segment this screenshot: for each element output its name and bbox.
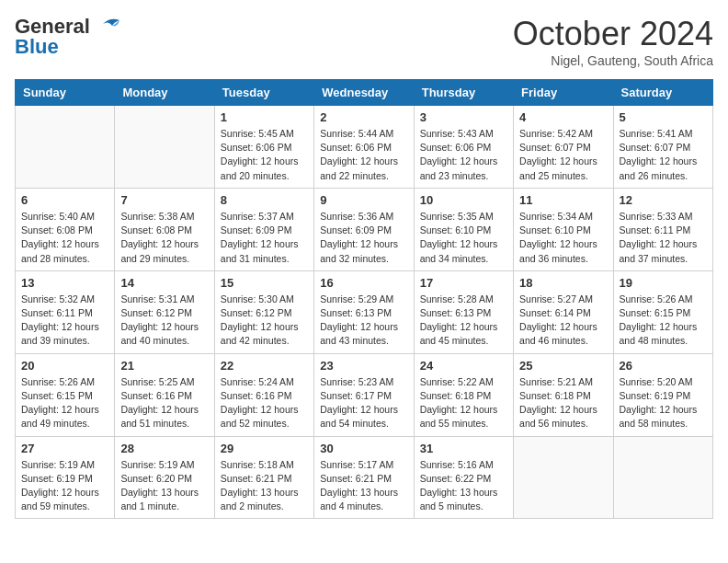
weekday-header-thursday: Thursday xyxy=(414,80,513,106)
week-row-2: 6Sunrise: 5:40 AM Sunset: 6:08 PM Daylig… xyxy=(16,188,713,270)
calendar-cell: 20Sunrise: 5:26 AM Sunset: 6:15 PM Dayli… xyxy=(16,353,115,436)
day-number: 8 xyxy=(221,193,308,207)
week-row-1: 1Sunrise: 5:45 AM Sunset: 6:06 PM Daylig… xyxy=(16,106,713,189)
title-block: October 2024 Nigel, Gauteng, South Afric… xyxy=(513,15,713,68)
calendar-table: SundayMondayTuesdayWednesdayThursdayFrid… xyxy=(15,79,713,519)
day-info: Sunrise: 5:16 AM Sunset: 6:22 PM Dayligh… xyxy=(420,458,507,514)
calendar-cell: 25Sunrise: 5:21 AM Sunset: 6:18 PM Dayli… xyxy=(514,353,613,436)
day-info: Sunrise: 5:45 AM Sunset: 6:06 PM Dayligh… xyxy=(221,127,308,183)
day-number: 6 xyxy=(21,193,108,207)
page-header: General Blue October 2024 Nigel, Gauteng… xyxy=(15,15,713,68)
calendar-cell xyxy=(514,436,613,519)
day-number: 23 xyxy=(320,359,407,373)
day-info: Sunrise: 5:19 AM Sunset: 6:19 PM Dayligh… xyxy=(21,458,108,514)
day-info: Sunrise: 5:34 AM Sunset: 6:10 PM Dayligh… xyxy=(519,210,607,266)
location: Nigel, Gauteng, South Africa xyxy=(513,53,713,68)
day-info: Sunrise: 5:26 AM Sunset: 6:15 PM Dayligh… xyxy=(21,375,108,431)
calendar-cell: 13Sunrise: 5:32 AM Sunset: 6:11 PM Dayli… xyxy=(16,270,115,353)
day-info: Sunrise: 5:30 AM Sunset: 6:12 PM Dayligh… xyxy=(221,293,308,349)
week-row-4: 20Sunrise: 5:26 AM Sunset: 6:15 PM Dayli… xyxy=(16,353,713,436)
day-number: 11 xyxy=(519,193,607,207)
week-row-3: 13Sunrise: 5:32 AM Sunset: 6:11 PM Dayli… xyxy=(16,270,713,353)
weekday-header-sunday: Sunday xyxy=(16,80,115,106)
day-number: 19 xyxy=(620,276,707,290)
day-info: Sunrise: 5:23 AM Sunset: 6:17 PM Dayligh… xyxy=(320,375,407,431)
weekday-header-saturday: Saturday xyxy=(613,80,712,106)
calendar-cell: 15Sunrise: 5:30 AM Sunset: 6:12 PM Dayli… xyxy=(214,270,313,353)
calendar-cell: 23Sunrise: 5:23 AM Sunset: 6:17 PM Dayli… xyxy=(314,353,414,436)
day-number: 28 xyxy=(120,442,208,455)
logo: General Blue xyxy=(15,15,121,59)
day-info: Sunrise: 5:40 AM Sunset: 6:08 PM Dayligh… xyxy=(21,210,108,266)
calendar-cell: 22Sunrise: 5:24 AM Sunset: 6:16 PM Dayli… xyxy=(214,353,313,436)
day-info: Sunrise: 5:42 AM Sunset: 6:07 PM Dayligh… xyxy=(519,127,607,183)
day-number: 29 xyxy=(221,442,308,455)
day-number: 3 xyxy=(420,110,507,124)
calendar-cell: 19Sunrise: 5:26 AM Sunset: 6:15 PM Dayli… xyxy=(613,270,712,353)
day-number: 9 xyxy=(320,193,407,207)
calendar-cell: 27Sunrise: 5:19 AM Sunset: 6:19 PM Dayli… xyxy=(16,436,115,519)
calendar-cell: 17Sunrise: 5:28 AM Sunset: 6:13 PM Dayli… xyxy=(414,270,513,353)
day-info: Sunrise: 5:36 AM Sunset: 6:09 PM Dayligh… xyxy=(320,210,407,266)
day-info: Sunrise: 5:32 AM Sunset: 6:11 PM Dayligh… xyxy=(21,293,108,349)
calendar-cell: 8Sunrise: 5:37 AM Sunset: 6:09 PM Daylig… xyxy=(214,188,313,270)
day-number: 10 xyxy=(420,193,507,207)
calendar-cell: 26Sunrise: 5:20 AM Sunset: 6:19 PM Dayli… xyxy=(613,353,712,436)
day-info: Sunrise: 5:28 AM Sunset: 6:13 PM Dayligh… xyxy=(420,293,507,349)
logo-blue-text: Blue xyxy=(15,35,59,59)
day-number: 21 xyxy=(120,359,208,373)
day-info: Sunrise: 5:26 AM Sunset: 6:15 PM Dayligh… xyxy=(620,293,707,349)
day-number: 5 xyxy=(620,110,707,124)
calendar-cell: 24Sunrise: 5:22 AM Sunset: 6:18 PM Dayli… xyxy=(414,353,513,436)
calendar-cell: 11Sunrise: 5:34 AM Sunset: 6:10 PM Dayli… xyxy=(514,188,613,270)
day-info: Sunrise: 5:18 AM Sunset: 6:21 PM Dayligh… xyxy=(221,458,308,514)
day-number: 22 xyxy=(221,359,308,373)
weekday-header-tuesday: Tuesday xyxy=(214,80,313,106)
day-number: 18 xyxy=(519,276,607,290)
calendar-cell: 16Sunrise: 5:29 AM Sunset: 6:13 PM Dayli… xyxy=(314,270,414,353)
day-number: 27 xyxy=(21,442,108,455)
day-info: Sunrise: 5:29 AM Sunset: 6:13 PM Dayligh… xyxy=(320,293,407,349)
calendar-cell: 30Sunrise: 5:17 AM Sunset: 6:21 PM Dayli… xyxy=(314,436,414,519)
day-number: 7 xyxy=(120,193,208,207)
day-number: 1 xyxy=(221,110,308,124)
week-row-5: 27Sunrise: 5:19 AM Sunset: 6:19 PM Dayli… xyxy=(16,436,713,519)
day-info: Sunrise: 5:44 AM Sunset: 6:06 PM Dayligh… xyxy=(320,127,407,183)
calendar-cell: 7Sunrise: 5:38 AM Sunset: 6:08 PM Daylig… xyxy=(115,188,214,270)
day-info: Sunrise: 5:24 AM Sunset: 6:16 PM Dayligh… xyxy=(221,375,308,431)
day-number: 25 xyxy=(519,359,607,373)
calendar-cell: 3Sunrise: 5:43 AM Sunset: 6:06 PM Daylig… xyxy=(414,106,513,189)
weekday-header-friday: Friday xyxy=(514,80,613,106)
day-number: 2 xyxy=(320,110,407,124)
calendar-cell: 31Sunrise: 5:16 AM Sunset: 6:22 PM Dayli… xyxy=(414,436,513,519)
day-info: Sunrise: 5:19 AM Sunset: 6:20 PM Dayligh… xyxy=(120,458,208,514)
day-number: 24 xyxy=(420,359,507,373)
day-info: Sunrise: 5:33 AM Sunset: 6:11 PM Dayligh… xyxy=(620,210,707,266)
calendar-cell: 21Sunrise: 5:25 AM Sunset: 6:16 PM Dayli… xyxy=(115,353,214,436)
day-info: Sunrise: 5:17 AM Sunset: 6:21 PM Dayligh… xyxy=(320,458,407,514)
day-info: Sunrise: 5:35 AM Sunset: 6:10 PM Dayligh… xyxy=(420,210,507,266)
day-number: 26 xyxy=(620,359,707,373)
day-number: 12 xyxy=(620,193,707,207)
calendar-cell xyxy=(115,106,214,189)
day-info: Sunrise: 5:21 AM Sunset: 6:18 PM Dayligh… xyxy=(519,375,607,431)
day-info: Sunrise: 5:38 AM Sunset: 6:08 PM Dayligh… xyxy=(120,210,208,266)
calendar-cell: 28Sunrise: 5:19 AM Sunset: 6:20 PM Dayli… xyxy=(115,436,214,519)
day-info: Sunrise: 5:43 AM Sunset: 6:06 PM Dayligh… xyxy=(420,127,507,183)
day-info: Sunrise: 5:41 AM Sunset: 6:07 PM Dayligh… xyxy=(620,127,707,183)
logo-bird-icon xyxy=(94,17,121,37)
day-info: Sunrise: 5:25 AM Sunset: 6:16 PM Dayligh… xyxy=(120,375,208,431)
calendar-cell: 18Sunrise: 5:27 AM Sunset: 6:14 PM Dayli… xyxy=(514,270,613,353)
day-info: Sunrise: 5:37 AM Sunset: 6:09 PM Dayligh… xyxy=(221,210,308,266)
calendar-cell: 4Sunrise: 5:42 AM Sunset: 6:07 PM Daylig… xyxy=(514,106,613,189)
weekday-header-wednesday: Wednesday xyxy=(314,80,414,106)
day-number: 16 xyxy=(320,276,407,290)
day-info: Sunrise: 5:22 AM Sunset: 6:18 PM Dayligh… xyxy=(420,375,507,431)
day-number: 13 xyxy=(21,276,108,290)
calendar-cell: 2Sunrise: 5:44 AM Sunset: 6:06 PM Daylig… xyxy=(314,106,414,189)
calendar-cell xyxy=(16,106,115,189)
day-number: 31 xyxy=(420,442,507,455)
calendar-cell: 1Sunrise: 5:45 AM Sunset: 6:06 PM Daylig… xyxy=(214,106,313,189)
day-number: 15 xyxy=(221,276,308,290)
calendar-cell: 10Sunrise: 5:35 AM Sunset: 6:10 PM Dayli… xyxy=(414,188,513,270)
